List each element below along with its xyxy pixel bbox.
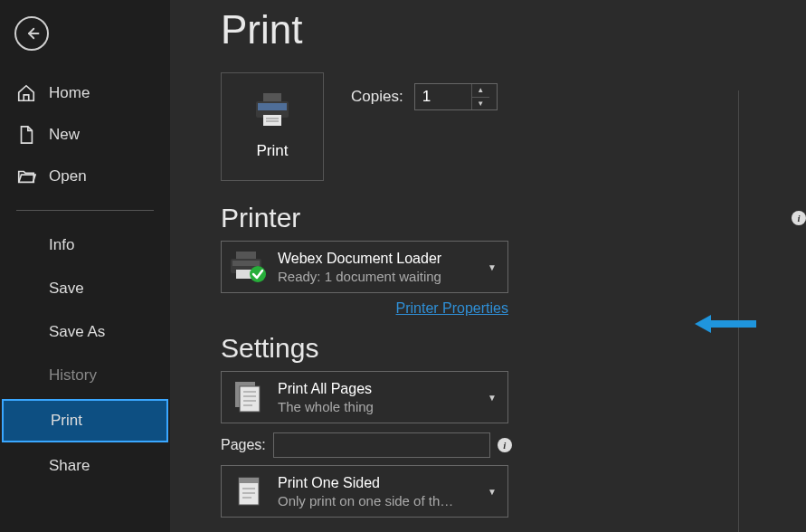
print-sides-title: Print One Sided [278, 475, 475, 491]
svg-rect-1 [263, 93, 281, 101]
new-document-icon [16, 125, 36, 145]
annotation-arrow [695, 315, 756, 333]
page-title: Print [221, 7, 806, 52]
all-pages-icon [229, 377, 269, 417]
sidebar-item-new[interactable]: New [0, 114, 170, 156]
chevron-down-icon: ▼ [484, 487, 500, 497]
sidebar-item-home[interactable]: Home [0, 72, 170, 114]
svg-point-11 [250, 266, 266, 282]
printer-name: Webex Document Loader [278, 251, 475, 267]
sidebar-item-open[interactable]: Open [0, 156, 170, 197]
printer-status: Ready: 1 document waiting [278, 269, 475, 284]
printer-icon [252, 93, 292, 131]
print-button-label: Print [257, 142, 289, 160]
svg-rect-4 [263, 115, 281, 126]
print-backstage-panel: Print Print Copies: ▲ ▼ [170, 0, 806, 532]
sidebar-item-save[interactable]: Save [0, 267, 170, 310]
home-icon [16, 83, 36, 103]
sidebar-item-history[interactable]: History [0, 354, 170, 397]
printer-dropdown[interactable]: Webex Document Loader Ready: 1 document … [221, 241, 508, 293]
svg-rect-7 [236, 252, 256, 259]
back-button[interactable] [14, 16, 49, 51]
sidebar-item-label: Home [49, 84, 90, 102]
svg-rect-19 [239, 478, 259, 483]
pages-info-icon[interactable]: i [498, 438, 512, 452]
print-button[interactable]: Print [221, 72, 324, 181]
printer-info-icon[interactable]: i [792, 211, 806, 225]
backstage-sidebar: Home New Open Info Save Save As History … [0, 0, 170, 532]
sidebar-item-print[interactable]: Print [2, 399, 168, 442]
preview-divider [738, 90, 739, 532]
sidebar-item-label: Open [49, 167, 87, 185]
sidebar-item-share[interactable]: Share [0, 444, 170, 488]
print-sides-sub: Only print on one side of th… [278, 493, 475, 508]
arrow-left-icon [24, 25, 40, 42]
copies-down-button[interactable]: ▼ [472, 98, 489, 110]
svg-rect-9 [232, 261, 260, 266]
print-range-sub: The whole thing [278, 399, 475, 414]
copies-label: Copies: [351, 88, 403, 106]
copies-input[interactable] [415, 84, 471, 109]
print-range-dropdown[interactable]: Print All Pages The whole thing ▼ [221, 371, 508, 423]
sidebar-item-info[interactable]: Info [0, 223, 170, 267]
svg-rect-13 [240, 386, 260, 412]
chevron-down-icon: ▼ [484, 393, 500, 403]
arrow-left-icon [695, 315, 711, 333]
printer-properties-link[interactable]: Printer Properties [396, 300, 509, 316]
printer-section-title: Printer [221, 203, 300, 233]
pages-input[interactable] [273, 432, 490, 458]
print-range-title: Print All Pages [278, 381, 475, 397]
svg-rect-3 [258, 103, 287, 110]
copies-spinbox[interactable]: ▲ ▼ [414, 83, 498, 110]
copies-up-button[interactable]: ▲ [472, 84, 489, 98]
settings-section-title: Settings [221, 333, 318, 364]
open-folder-icon [16, 166, 36, 186]
sidebar-separator [16, 210, 154, 211]
one-sided-icon [229, 471, 269, 511]
sidebar-item-save-as[interactable]: Save As [0, 310, 170, 354]
print-sides-dropdown[interactable]: Print One Sided Only print on one side o… [221, 465, 508, 518]
pages-label: Pages: [221, 437, 266, 453]
chevron-down-icon: ▼ [484, 262, 500, 272]
sidebar-item-label: New [49, 126, 80, 144]
printer-status-icon [229, 247, 269, 287]
